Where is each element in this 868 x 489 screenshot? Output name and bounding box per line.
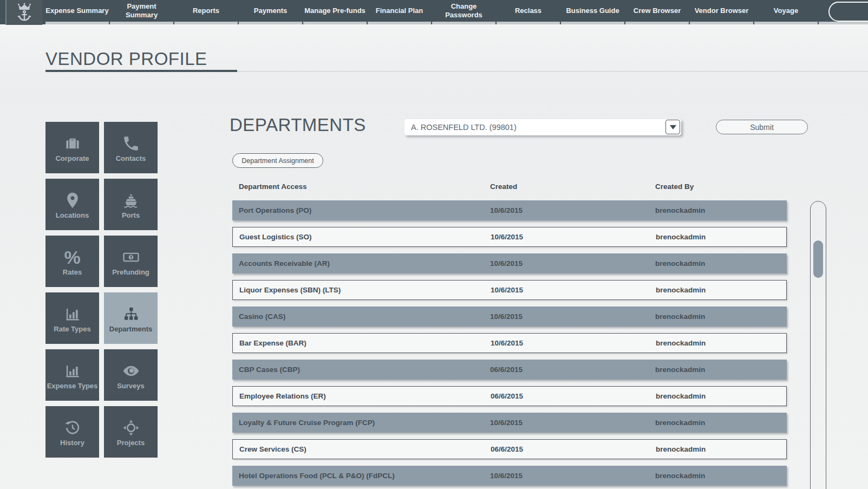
cell-created-by: brenockadmin	[656, 286, 706, 294]
cell-created: 10/6/2015	[491, 339, 523, 347]
cell-department: Port Operations (PO)	[239, 206, 311, 214]
table-row[interactable]: Casino (CAS) 10/6/2015 brenockadmin	[232, 307, 787, 327]
sidebar-tile-ports[interactable]: Ports	[104, 179, 158, 230]
title-underline-dark	[45, 70, 237, 72]
table-scrollbar-thumb[interactable]	[813, 240, 823, 278]
tile-label: Rates	[63, 269, 82, 277]
ship-icon	[122, 189, 140, 210]
tile-label: Departments	[109, 325, 152, 334]
cell-created: 06/6/2015	[490, 366, 523, 374]
brand-logo[interactable]	[5, 0, 42, 25]
cell-created-by: brenockadmin	[656, 392, 706, 400]
top-nav: Expense Summary Payment Summary Reports …	[0, 0, 868, 24]
sidebar-tile-contacts[interactable]: Contacts	[104, 122, 158, 173]
tab-label: Financial Plan	[376, 6, 423, 15]
column-header-department-access: Department Access	[239, 182, 307, 191]
table-row[interactable]: Guest Logistics (SO) 10/6/2015 brenockad…	[232, 227, 787, 247]
percent-icon: %	[64, 246, 80, 266]
table-row[interactable]: Accounts Receivable (AR) 10/6/2015 breno…	[232, 253, 787, 273]
cell-created: 10/6/2015	[490, 206, 523, 214]
tab-manage-prefunds[interactable]: Manage Pre-funds	[303, 0, 367, 24]
cell-created-by: brenockadmin	[656, 233, 706, 241]
tile-label: Rate Types	[54, 325, 90, 334]
vendor-select-value: A. ROSENFELD LTD. (99801)	[411, 123, 517, 132]
sidebar-tile-rates[interactable]: % Rates	[45, 236, 99, 287]
tab-voyage[interactable]: Voyage	[754, 0, 818, 24]
table-row[interactable]: Hotel Operations Food (PCL & P&O) (FdPCL…	[232, 466, 787, 486]
sidebar-tile-corporate[interactable]: Corporate	[45, 122, 99, 173]
tab-label: Manage Pre-funds	[304, 6, 366, 15]
tab-label: Reclass	[515, 6, 541, 15]
nav-right-pill-button[interactable]	[828, 2, 868, 22]
submit-button[interactable]: Submit	[716, 120, 808, 134]
page-title: VENDOR PROFILE	[45, 49, 207, 69]
tab-crew-browser[interactable]: Crew Browser	[625, 0, 689, 24]
sidebar-tile-rate-types[interactable]: Rate Types	[45, 292, 99, 344]
tab-change-passwords[interactable]: Change Passwords	[432, 0, 495, 24]
cell-created: 10/6/2015	[491, 233, 523, 241]
table-scrollbar-track[interactable]	[810, 201, 826, 489]
bar-chart-icon	[63, 303, 82, 323]
tab-financial-plan[interactable]: Financial Plan	[368, 0, 431, 24]
sidebar-tile-prefunding[interactable]: Prefunding	[104, 236, 158, 287]
submit-label: Submit	[750, 123, 774, 132]
cell-department: Accounts Receivable (AR)	[239, 259, 330, 268]
tile-label: Prefunding	[112, 269, 149, 277]
sidebar-tile-departments[interactable]: Departments	[104, 292, 158, 344]
cell-created-by: brenockadmin	[655, 312, 705, 321]
department-assignment-button[interactable]: Department Assignment	[232, 153, 323, 168]
org-chart-icon	[122, 303, 140, 323]
tab-business-guide[interactable]: Business Guide	[561, 0, 624, 24]
tab-label: Reports	[193, 6, 219, 15]
cell-department: Employee Relations (ER)	[239, 392, 326, 400]
column-header-created: Created	[490, 182, 517, 191]
chevron-down-icon	[670, 125, 676, 129]
tab-reclass[interactable]: Reclass	[497, 0, 560, 24]
map-pin-icon	[63, 189, 82, 210]
tab-reports[interactable]: Reports	[174, 0, 238, 24]
cell-created-by: brenockadmin	[655, 366, 705, 374]
tile-label: Expense Types	[47, 382, 98, 390]
sidebar-tile-surveys[interactable]: Surveys	[104, 349, 158, 401]
cell-department: Guest Logistics (SO)	[239, 233, 312, 241]
tab-expense-summary[interactable]: Expense Summary	[45, 0, 109, 24]
briefcase-icon	[63, 132, 82, 153]
cell-created-by: brenockadmin	[655, 206, 705, 214]
cell-created-by: brenockadmin	[656, 339, 706, 347]
cell-department: CBP Cases (CBP)	[239, 366, 300, 374]
table-row[interactable]: Port Operations (PO) 10/6/2015 brenockad…	[232, 200, 787, 220]
bar-chart-icon	[63, 360, 82, 380]
phone-icon	[122, 132, 140, 153]
tab-label: Vendor Browser	[695, 6, 749, 15]
vendor-select-arrow-button[interactable]	[665, 120, 680, 134]
nav-underline	[819, 22, 868, 24]
department-assignment-label: Department Assignment	[242, 157, 314, 165]
tab-label: Change Passwords	[432, 2, 495, 20]
tab-vendor-browser[interactable]: Vendor Browser	[690, 0, 753, 24]
cell-department: Liquor Expenses (SBN) (LTS)	[239, 286, 341, 294]
tab-payment-summary[interactable]: Payment Summary	[110, 0, 173, 24]
sidebar-tile-projects[interactable]: Projects	[104, 406, 158, 458]
table-row[interactable]: Crew Services (CS) 06/6/2015 brenockadmi…	[232, 439, 787, 459]
tab-label: Business Guide	[566, 6, 619, 15]
cell-department: Bar Expense (BAR)	[239, 339, 306, 347]
sidebar-tile-expense-types[interactable]: Expense Types	[45, 349, 99, 401]
tile-label: History	[60, 439, 84, 447]
sidebar-tile-history[interactable]: History	[45, 406, 99, 458]
tab-payments[interactable]: Payments	[239, 0, 302, 24]
tab-label: Expense Summary	[45, 6, 108, 15]
vendor-select[interactable]: A. ROSENFELD LTD. (99801)	[404, 119, 681, 135]
table-row[interactable]: Employee Relations (ER) 06/6/2015 brenoc…	[232, 386, 787, 406]
table-row[interactable]: Loyalty & Future Cruise Program (FCP) 10…	[232, 413, 787, 433]
tile-label: Contacts	[116, 155, 146, 163]
cell-department: Casino (CAS)	[239, 312, 285, 321]
cell-created: 10/6/2015	[490, 472, 523, 480]
cell-created-by: brenockadmin	[655, 472, 705, 480]
section-title: DEPARTMENTS	[230, 115, 366, 135]
table-row[interactable]: Liquor Expenses (SBN) (LTS) 10/6/2015 br…	[232, 280, 787, 300]
table-row[interactable]: CBP Cases (CBP) 06/6/2015 brenockadmin	[232, 360, 787, 380]
table-row[interactable]: Bar Expense (BAR) 10/6/2015 brenockadmin	[232, 333, 787, 353]
sidebar-tile-locations[interactable]: Locations	[45, 179, 99, 230]
crosshair-icon	[122, 416, 140, 437]
cell-created-by: brenockadmin	[655, 259, 705, 268]
